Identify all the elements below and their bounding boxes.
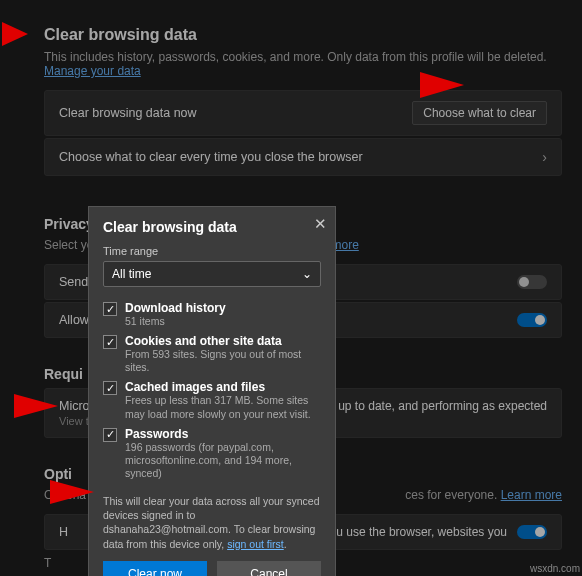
clear-now-button[interactable]: Clear now xyxy=(103,561,207,576)
checkbox-title: Cookies and other site data xyxy=(125,334,321,348)
time-range-label: Time range xyxy=(103,245,321,257)
sync-suffix: . xyxy=(284,538,287,550)
checkbox-row: Download history51 items xyxy=(103,301,321,328)
chevron-down-icon: ⌄ xyxy=(302,267,312,281)
checkbox-title: Passwords xyxy=(125,427,321,441)
clear-browsing-data-dialog: ✕ Clear browsing data Time range All tim… xyxy=(88,206,336,576)
annotation-arrow-icon xyxy=(14,394,58,418)
checkbox-row: Passwords196 passwords (for paypal.com, … xyxy=(103,427,321,480)
annotation-arrow-icon xyxy=(2,22,28,46)
sync-prefix: This will clear your data across all you… xyxy=(103,495,320,550)
checkbox-subtitle: From 593 sites. Signs you out of most si… xyxy=(125,348,321,374)
annotation-arrow-icon xyxy=(50,480,94,504)
cancel-button[interactable]: Cancel xyxy=(217,561,321,576)
checkbox-row: Cached images and filesFrees up less tha… xyxy=(103,380,321,420)
checkbox[interactable] xyxy=(103,302,117,316)
checkbox-title: Download history xyxy=(125,301,226,315)
checkbox-subtitle: Frees up less than 317 MB. Some sites ma… xyxy=(125,394,321,420)
close-icon[interactable]: ✕ xyxy=(314,215,327,233)
annotation-arrow-icon xyxy=(420,72,464,98)
dialog-title: Clear browsing data xyxy=(103,219,321,235)
sign-out-first-link[interactable]: sign out first xyxy=(227,538,284,550)
checkbox[interactable] xyxy=(103,428,117,442)
checkbox[interactable] xyxy=(103,335,117,349)
watermark: wsxdn.com xyxy=(530,563,580,574)
checkbox-title: Cached images and files xyxy=(125,380,321,394)
sync-message: This will clear your data across all you… xyxy=(103,494,321,551)
checkbox-subtitle: 196 passwords (for paypal.com, microsoft… xyxy=(125,441,321,480)
time-range-select[interactable]: All time ⌄ xyxy=(103,261,321,287)
checkbox-row: Cookies and other site dataFrom 593 site… xyxy=(103,334,321,374)
checkbox[interactable] xyxy=(103,381,117,395)
time-range-value: All time xyxy=(112,267,151,281)
checkbox-subtitle: 51 items xyxy=(125,315,226,328)
